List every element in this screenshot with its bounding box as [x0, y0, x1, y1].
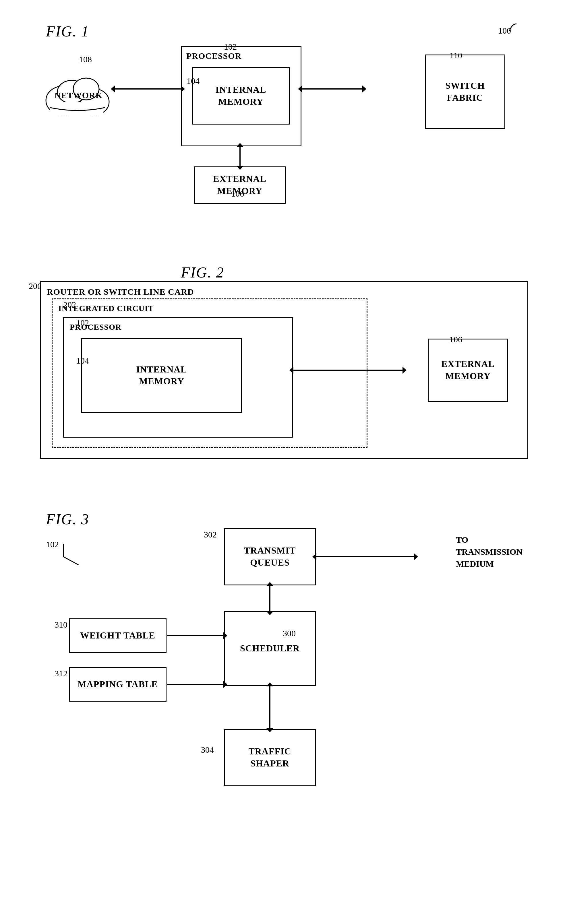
svg-rect-5 — [50, 102, 103, 115]
ref-106-fig2: 106 — [449, 334, 462, 344]
mapping-table-label: MAPPING TABLE — [78, 678, 158, 690]
mapping-table-box: MAPPING TABLE — [69, 667, 167, 702]
scheduler-label: SCHEDULER — [240, 642, 300, 654]
weight-table-box: WEIGHT TABLE — [69, 618, 167, 653]
scheduler-box: SCHEDULER — [224, 611, 316, 686]
arrow-wt-sched — [167, 635, 223, 636]
network-cloud: NETWORK — [40, 60, 115, 124]
arrow-tq-medium — [316, 556, 414, 557]
ref-104-fig1: 104 — [186, 76, 200, 86]
ref-110: 110 — [450, 51, 462, 60]
router-label: ROUTER OR SWITCH LINE CARD — [47, 286, 194, 297]
internal-memory-label-fig2: INTERNAL MEMORY — [136, 364, 187, 387]
internal-memory-box-fig2: INTERNAL MEMORY — [81, 338, 242, 412]
ref-312: 312 — [54, 669, 68, 678]
transmit-queues-label: TRANSMIT QUEUES — [244, 544, 296, 568]
arrow-intmem-extmem-fig2 — [293, 370, 403, 371]
external-memory-box-fig2: EXTERNAL MEMORY — [428, 339, 508, 402]
switch-fabric-label: SWITCH FABRIC — [445, 80, 485, 104]
traffic-shaper-label: TRAFFIC SHAPER — [248, 746, 291, 770]
ref-310: 310 — [54, 620, 68, 630]
ref-202: 202 — [63, 300, 76, 310]
ref-200: 200 — [29, 281, 42, 291]
ref-300: 300 — [283, 628, 296, 638]
processor-label: PROCESSOR — [186, 50, 241, 62]
arrow-network-processor — [115, 88, 181, 90]
internal-memory-label-fig1: INTERNAL MEMORY — [216, 84, 266, 108]
traffic-shaper-box: TRAFFIC SHAPER — [224, 729, 316, 786]
ref-102-fig2: 102 — [76, 318, 89, 328]
arrow-mt-sched — [167, 684, 223, 685]
weight-table-label: WEIGHT TABLE — [80, 630, 155, 642]
arrow-processor-extmem — [239, 147, 241, 166]
fig3-label: FIG. 3 — [46, 511, 89, 528]
external-memory-label-fig2: EXTERNAL MEMORY — [441, 358, 495, 382]
ref-104-fig2: 104 — [76, 356, 89, 366]
switch-fabric-box: SWITCH FABRIC — [425, 54, 505, 129]
arrow-sched-ts — [269, 686, 271, 728]
ref-102-fig3: 102 — [46, 540, 59, 549]
processor-box: PROCESSOR INTERNAL MEMORY — [181, 46, 301, 146]
ref-302: 302 — [204, 530, 217, 540]
transmit-queues-box: TRANSMIT QUEUES — [224, 528, 316, 585]
fig2-label: FIG. 2 — [181, 264, 224, 281]
fig1-label: FIG. 1 — [46, 23, 89, 40]
ref-108: 108 — [79, 54, 92, 64]
arrow-tq-scheduler — [269, 586, 271, 611]
ref-102-fig1: 102 — [224, 42, 237, 52]
arrow-processor-switch — [302, 88, 362, 90]
ref-304: 304 — [201, 745, 214, 755]
processor-box-fig2: PROCESSOR INTERNAL MEMORY — [63, 317, 293, 438]
ref-106-fig1: 106 — [231, 189, 244, 199]
tick-102-fig3 — [62, 542, 91, 565]
tick-100 — [507, 22, 521, 37]
internal-memory-box-fig1: INTERNAL MEMORY — [192, 67, 290, 124]
network-label: NETWORK — [54, 90, 101, 100]
to-transmission-medium-label: TO TRANSMISSION MEDIUM — [456, 534, 522, 570]
